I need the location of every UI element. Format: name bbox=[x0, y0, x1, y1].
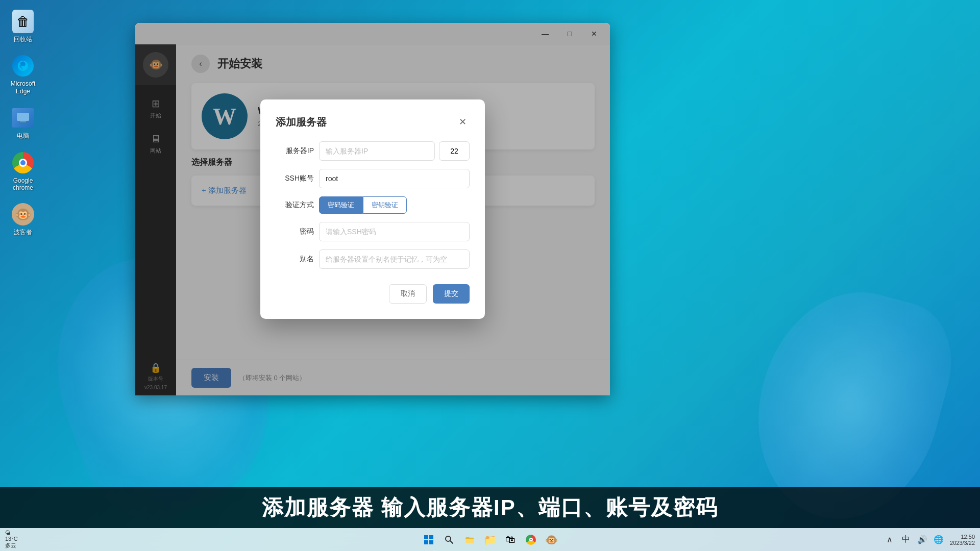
auth-buttons-group: 密码验证 密钥验证 bbox=[319, 196, 470, 214]
chrome-icon-image bbox=[12, 152, 34, 173]
desktop-icon-computer[interactable]: 电脑 bbox=[3, 102, 43, 143]
desktop-icon-edge[interactable]: Microsoft Edge bbox=[3, 49, 43, 99]
tray-lang-button[interactable]: 中 bbox=[899, 533, 913, 547]
auth-password-button[interactable]: 密码验证 bbox=[319, 196, 363, 214]
desktop: 🗑 回收站 Microsoft Edge bbox=[0, 0, 980, 551]
chrome-icon bbox=[11, 151, 35, 175]
ssh-label: SSH账号 bbox=[276, 174, 314, 183]
modal-overlay: 添加服务器 ✕ 服务器IP SSH账号 bbox=[135, 23, 610, 395]
gorilla-icon: 🐵 bbox=[11, 202, 35, 227]
taskbar-clock: 12:50 2023/3/22 bbox=[950, 534, 975, 546]
recycle-bin-label: 回收站 bbox=[14, 36, 32, 43]
svg-rect-1 bbox=[20, 121, 26, 122]
password-row: 密码 bbox=[276, 222, 470, 241]
taskbar-weather: 🌤 13°C 多云 bbox=[5, 530, 18, 549]
modal-title: 添加服务器 bbox=[276, 115, 327, 129]
svg-rect-3 bbox=[424, 535, 428, 539]
clock-date: 2023/3/22 bbox=[950, 540, 975, 546]
svg-rect-0 bbox=[17, 113, 29, 121]
desktop-icon-gorilla[interactable]: 🐵 波客者 bbox=[3, 198, 43, 240]
svg-rect-5 bbox=[424, 540, 428, 544]
alias-input[interactable] bbox=[319, 249, 470, 269]
chrome-label: Google chrome bbox=[6, 177, 40, 192]
submit-button[interactable]: 提交 bbox=[433, 284, 470, 304]
chrome-inner-circle bbox=[19, 159, 27, 167]
subtitle-bar: 添加服务器 输入服务器IP、端口、账号及密码 bbox=[0, 487, 980, 528]
taskbar-center: 📁 🛍 🐵 bbox=[420, 531, 560, 549]
alias-label: 别名 bbox=[276, 255, 314, 264]
tray-network-icon[interactable]: 🌐 bbox=[932, 533, 946, 547]
tray-expand-button[interactable]: ∧ bbox=[883, 533, 897, 547]
svg-rect-6 bbox=[429, 540, 433, 544]
recycle-bin-icon: 🗑 bbox=[11, 9, 35, 34]
taskbar-right: ∧ 中 🔊 🌐 12:50 2023/3/22 bbox=[883, 533, 975, 547]
modal-footer: 取消 提交 bbox=[276, 284, 470, 304]
ssh-account-row: SSH账号 bbox=[276, 169, 470, 188]
auth-label: 验证方式 bbox=[276, 201, 314, 210]
subtitle-text: 添加服务器 输入服务器IP、端口、账号及密码 bbox=[262, 493, 718, 522]
server-ip-row: 服务器IP bbox=[276, 141, 470, 161]
svg-line-8 bbox=[450, 541, 453, 543]
desktop-icon-chrome[interactable]: Google chrome bbox=[3, 146, 43, 196]
ninja-icon-image: 🐵 bbox=[12, 203, 34, 226]
ssh-input[interactable] bbox=[319, 169, 470, 188]
password-label: 密码 bbox=[276, 227, 314, 236]
computer-label: 电脑 bbox=[17, 132, 29, 139]
alias-row: 别名 bbox=[276, 249, 470, 269]
taskbar: 🌤 13°C 多云 📁 🛍 🐵 bbox=[0, 528, 980, 551]
edge-icon bbox=[11, 54, 35, 78]
app-window: — □ ✕ 🐵 ⊞ 开始 🖥 网站 🔒 bbox=[135, 23, 610, 395]
add-server-modal: 添加服务器 ✕ 服务器IP SSH账号 bbox=[260, 99, 485, 319]
recycle-bin-image: 🗑 bbox=[12, 10, 34, 33]
taskbar-store-button[interactable]: 🛍 bbox=[501, 531, 520, 549]
svg-rect-4 bbox=[429, 535, 433, 539]
weather-icon: 🌤 bbox=[5, 530, 11, 536]
taskbar-search-button[interactable] bbox=[440, 531, 458, 549]
system-tray: ∧ 中 🔊 🌐 bbox=[883, 533, 946, 547]
desktop-icon-area: 🗑 回收站 Microsoft Edge bbox=[0, 0, 46, 551]
computer-icon bbox=[11, 106, 35, 130]
modal-close-button[interactable]: ✕ bbox=[455, 115, 470, 129]
taskbar-start-button[interactable] bbox=[420, 531, 438, 549]
modal-header: 添加服务器 ✕ bbox=[276, 115, 470, 129]
taskbar-explorer-button[interactable]: 📁 bbox=[481, 531, 499, 549]
taskbar-chrome-taskbar[interactable] bbox=[522, 531, 540, 549]
server-ip-label: 服务器IP bbox=[276, 146, 314, 156]
taskbar-files-button[interactable] bbox=[460, 531, 479, 549]
weather-temp: 13°C bbox=[5, 536, 18, 542]
tray-volume-icon[interactable]: 🔊 bbox=[915, 533, 929, 547]
weather-desc: 多云 bbox=[5, 542, 16, 549]
edge-label: Microsoft Edge bbox=[6, 80, 40, 95]
desktop-icon-recycle-bin[interactable]: 🗑 回收站 bbox=[3, 5, 43, 47]
cancel-button[interactable]: 取消 bbox=[389, 284, 427, 304]
edge-icon-image bbox=[12, 55, 34, 77]
clock-time: 12:50 bbox=[950, 534, 975, 540]
auth-method-row: 验证方式 密码验证 密钥验证 bbox=[276, 196, 470, 214]
gorilla-label: 波客者 bbox=[14, 229, 32, 236]
auth-key-button[interactable]: 密钥验证 bbox=[363, 196, 407, 214]
taskbar-ninja-button[interactable]: 🐵 bbox=[542, 531, 560, 549]
port-input[interactable] bbox=[439, 141, 470, 161]
server-ip-input[interactable] bbox=[319, 141, 435, 161]
password-input[interactable] bbox=[319, 222, 470, 241]
svg-rect-2 bbox=[19, 122, 27, 123]
ip-port-group bbox=[319, 141, 470, 161]
